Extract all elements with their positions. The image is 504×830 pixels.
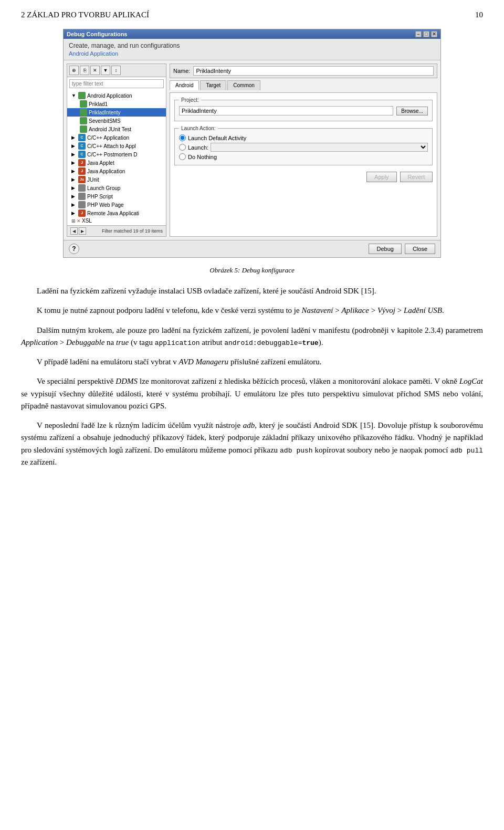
close-dialog-button[interactable]: Close bbox=[405, 244, 435, 254]
tree-label: XSL bbox=[82, 218, 92, 224]
paragraph-1: Ladění na fyzickém zařízení vyžaduje ins… bbox=[21, 285, 483, 297]
titlebar-buttons: – □ ✕ bbox=[415, 31, 437, 37]
paragraph-2: K tomu je nutné zapnout podporu ladění v… bbox=[21, 304, 483, 317]
tree-item-remote-java[interactable]: ▶ J Remote Java Applicati bbox=[67, 209, 166, 217]
collapse-button[interactable]: ↕ bbox=[111, 66, 121, 75]
java-icon: Ju bbox=[78, 176, 86, 183]
dialog-subtitle-text: Create, manage, and run configurations bbox=[69, 42, 435, 49]
tree-label: C/C++ Application bbox=[87, 135, 129, 141]
filter-input[interactable] bbox=[69, 79, 164, 88]
apply-button[interactable]: Apply bbox=[366, 172, 397, 182]
para6-text: V neposlední řadě lze k různým ladícím ú… bbox=[21, 421, 483, 466]
expand-icon: ▶ bbox=[71, 135, 77, 140]
expand-icon: ▶ bbox=[71, 211, 77, 216]
project-field-row: Browse... bbox=[179, 106, 428, 115]
tree-label: SevenbitSMS bbox=[89, 118, 121, 124]
tree-item-prikladintenty[interactable]: PrikladIntenty bbox=[67, 108, 166, 117]
duplicate-button[interactable]: ⎘ bbox=[80, 66, 89, 75]
filter-button[interactable]: ▼ bbox=[101, 66, 110, 75]
tree-label: Remote Java Applicati bbox=[87, 211, 139, 216]
android-icon bbox=[80, 117, 87, 124]
tree-item-php-script[interactable]: ▶ PHP Script bbox=[67, 192, 166, 201]
footer-left: ? bbox=[69, 244, 79, 254]
tree-area: ▼ Android Application Priklad1 PrikladIn… bbox=[67, 90, 166, 225]
tree-item-sevenbitsms[interactable]: SevenbitSMS bbox=[67, 117, 166, 125]
tree-item-cpp-app[interactable]: ▶ C C/C++ Application bbox=[67, 133, 166, 142]
nav-left-button[interactable]: ◀ bbox=[70, 227, 78, 235]
tree-item-cpp-attach[interactable]: ▶ C C/C++ Attach to Appl bbox=[67, 142, 166, 150]
maximize-button[interactable]: □ bbox=[423, 31, 429, 37]
script-icon bbox=[78, 193, 86, 200]
para4-text: V případě ladění na emulátoru stačí vybr… bbox=[37, 358, 322, 366]
tree-label: Priklad1 bbox=[89, 101, 108, 107]
tab-android[interactable]: Android bbox=[170, 80, 199, 90]
tree-label: Java Application bbox=[87, 169, 125, 174]
tree-label: PHP Web Page bbox=[87, 202, 124, 208]
radio-default-activity-label: Launch Default Activity bbox=[188, 135, 246, 141]
tree-label: PHP Script bbox=[87, 194, 113, 199]
radio-default-activity[interactable] bbox=[179, 134, 186, 141]
chapter-title: 2 ZÁKLAD PRO TVORBU APLIKACÍ bbox=[21, 10, 149, 19]
java-icon: J bbox=[78, 209, 86, 217]
tab-common[interactable]: Common bbox=[227, 80, 260, 90]
para3-text: Dalším nutným krokem, ale pouze pro ladě… bbox=[21, 326, 483, 346]
cpp-icon: C bbox=[78, 134, 86, 141]
tree-item-java-applet[interactable]: ▶ J Java Applet bbox=[67, 159, 166, 167]
project-input[interactable] bbox=[179, 106, 393, 115]
tree-item-cpp-postmortem[interactable]: ▶ C C/C++ Postmortem D bbox=[67, 150, 166, 159]
tree-item-php-web[interactable]: ▶ PHP Web Page bbox=[67, 201, 166, 209]
radio-launch[interactable] bbox=[179, 144, 186, 151]
tab-target[interactable]: Target bbox=[200, 80, 226, 90]
tabs-row: Android Target Common bbox=[170, 80, 437, 90]
cpp-icon: C bbox=[78, 151, 86, 158]
android-icon bbox=[78, 92, 86, 99]
tree-item-android-application[interactable]: ▼ Android Application bbox=[67, 91, 166, 100]
tree-item-xsl[interactable]: ⊞ ✕ XSL bbox=[67, 217, 166, 224]
tree-label: Launch Group bbox=[87, 185, 120, 191]
android-icon bbox=[80, 109, 87, 116]
left-panel-toolbar: ⊕ ⎘ ✕ ▼ ↕ bbox=[67, 64, 166, 77]
radio-launch-row: Launch: bbox=[179, 143, 428, 152]
project-fieldset: Project: Browse... bbox=[174, 97, 433, 121]
close-button[interactable]: ✕ bbox=[431, 31, 437, 37]
tree-label: Android JUnit Test bbox=[89, 127, 131, 132]
tree-label: C/C++ Attach to Appl bbox=[87, 143, 136, 149]
dialog-subtitle-link[interactable]: Android Application bbox=[69, 50, 435, 57]
tree-item-android-junit[interactable]: Android JUnit Test bbox=[67, 125, 166, 133]
new-config-button[interactable]: ⊕ bbox=[69, 66, 79, 75]
browse-button[interactable]: Browse... bbox=[396, 107, 428, 115]
script-icon bbox=[78, 201, 86, 208]
radio-do-nothing-label: Do Nothing bbox=[188, 154, 217, 160]
debug-button[interactable]: Debug bbox=[369, 244, 401, 254]
filter-status: Filter matched 19 of 19 items bbox=[102, 228, 163, 234]
right-panel: Name: Android Target Common Project: Bro… bbox=[170, 64, 437, 237]
radio-do-nothing[interactable] bbox=[179, 153, 186, 160]
debug-config-dialog: Debug Configurations – □ ✕ Create, manag… bbox=[63, 29, 441, 258]
expand-icon: ▶ bbox=[71, 160, 77, 165]
revert-button[interactable]: Revert bbox=[400, 172, 433, 182]
dialog-footer: ? Debug Close bbox=[64, 240, 440, 257]
nav-right-button[interactable]: ▶ bbox=[79, 227, 86, 235]
footer-right-buttons: Debug Close bbox=[369, 244, 435, 254]
delete-button[interactable]: ✕ bbox=[90, 66, 100, 75]
launch-select[interactable] bbox=[211, 143, 428, 152]
cpp-icon: C bbox=[78, 142, 86, 150]
tree-item-priklad1[interactable]: Priklad1 bbox=[67, 100, 166, 108]
tab-content-android: Project: Browse... Launch Action: Launch… bbox=[170, 92, 437, 237]
tree-label: C/C++ Postmortem D bbox=[87, 152, 138, 157]
apply-revert-buttons: Apply Revert bbox=[174, 170, 433, 183]
minimize-button[interactable]: – bbox=[415, 31, 422, 37]
name-row: Name: bbox=[170, 64, 437, 78]
help-button[interactable]: ? bbox=[69, 244, 79, 254]
tree-item-junit[interactable]: ▶ Ju JUnit bbox=[67, 175, 166, 184]
expand-icon: ▶ bbox=[71, 194, 77, 199]
tree-item-launch-group[interactable]: ▶ Launch Group bbox=[67, 184, 166, 192]
para1-text: Ladění na fyzickém zařízení vyžaduje ins… bbox=[37, 287, 376, 295]
expand-icon: ▶ bbox=[71, 169, 77, 174]
tree-item-java-application[interactable]: ▶ J Java Application bbox=[67, 167, 166, 175]
name-input[interactable] bbox=[193, 66, 434, 76]
main-text: Ladění na fyzickém zařízení vyžaduje ins… bbox=[21, 285, 483, 468]
expand-icon: ▶ bbox=[71, 143, 77, 149]
paragraph-4: V případě ladění na emulátoru stačí vybr… bbox=[21, 356, 483, 368]
expand-icon: ▼ bbox=[71, 93, 77, 98]
